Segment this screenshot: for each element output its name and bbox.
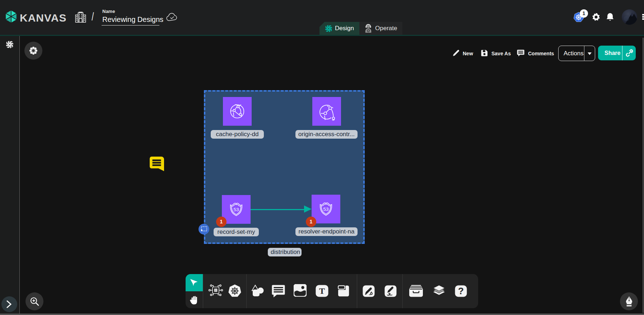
svg-text:53: 53 [323, 207, 328, 212]
svg-text:?: ? [458, 286, 464, 296]
svg-text:53: 53 [233, 207, 239, 212]
svg-text:T: T [319, 286, 325, 296]
